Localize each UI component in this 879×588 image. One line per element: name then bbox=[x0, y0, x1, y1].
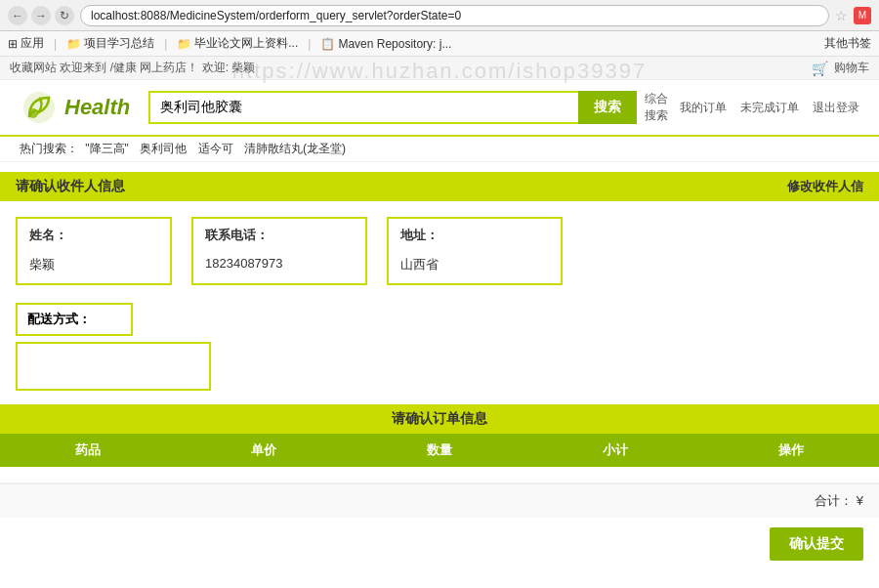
order-table: 药品 单价 数量 小计 操作 bbox=[0, 434, 879, 483]
total-label: 合计： bbox=[815, 493, 853, 508]
star-icon[interactable]: ☆ bbox=[835, 8, 848, 23]
search-type: 综合 搜索 bbox=[645, 91, 668, 124]
search-area: 搜索 综合 搜索 bbox=[148, 91, 668, 124]
address-label: 地址： bbox=[400, 227, 549, 244]
top-strip-right: 🛒 购物车 bbox=[812, 60, 869, 76]
apps-icon: ⊞ bbox=[8, 37, 18, 51]
hot-tag-1[interactable]: 奥利司他 bbox=[140, 142, 187, 155]
hot-search: 热门搜索： "降三高" 奥利司他 适今可 清肺散结丸(龙圣堂) bbox=[0, 137, 879, 162]
nav-buttons: ← → ↻ bbox=[8, 6, 74, 25]
address-value: 山西省 bbox=[400, 252, 549, 273]
svg-point-1 bbox=[28, 108, 38, 118]
pending-orders-link[interactable]: 未完成订单 bbox=[740, 100, 799, 116]
address-field-box: 地址： 山西省 bbox=[387, 217, 563, 285]
browser-bar: ← → ↻ ☆ M bbox=[0, 0, 879, 31]
col-subtotal: 小计 bbox=[527, 434, 703, 467]
recipient-section-header: 请确认收件人信息 修改收件人信 bbox=[0, 172, 879, 201]
bookmark-maven[interactable]: 📋 Maven Repository: j... bbox=[320, 37, 451, 51]
bookmark-apps[interactable]: ⊞ 应用 bbox=[8, 35, 44, 52]
bookmark-project[interactable]: 📁 项目学习总结 bbox=[66, 35, 154, 52]
delivery-options bbox=[0, 336, 879, 400]
hot-search-label: 热门搜索： bbox=[20, 142, 78, 155]
bookmark-thesis[interactable]: 📁 毕业论文网上资料... bbox=[177, 35, 298, 52]
my-orders-link[interactable]: 我的订单 bbox=[680, 100, 727, 116]
top-strip: 收藏网站 欢迎来到 /健康 网上药店！ 欢迎: 柴颖 🛒 购物车 bbox=[0, 57, 879, 80]
hot-tag-2[interactable]: 适今可 bbox=[198, 142, 233, 155]
col-price: 单价 bbox=[176, 434, 352, 467]
delivery-label: 配送方式： bbox=[27, 312, 91, 326]
name-value: 柴颖 bbox=[29, 252, 158, 273]
col-medicine: 药品 bbox=[0, 434, 176, 467]
order-table-body bbox=[0, 467, 879, 483]
name-field-box: 姓名： 柴颖 bbox=[16, 217, 172, 285]
total-currency: ¥ bbox=[857, 493, 863, 508]
table-header-row: 药品 单价 数量 小计 操作 bbox=[0, 434, 879, 467]
order-confirm-header: 请确认订单信息 bbox=[0, 404, 879, 434]
cart-icon[interactable]: 🛒 bbox=[812, 61, 828, 76]
edit-recipient-link[interactable]: 修改收件人信 bbox=[787, 178, 863, 195]
top-welcome-text: 收藏网站 欢迎来到 /健康 网上药店！ 欢迎: 柴颖 bbox=[10, 60, 255, 76]
logo-svg bbox=[20, 88, 59, 127]
delivery-row: 配送方式： bbox=[0, 295, 879, 336]
folder-icon: 📁 bbox=[66, 37, 81, 51]
bookmarks-bar: ⊞ 应用 | 📁 项目学习总结 | 📁 毕业论文网上资料... | 📋 Mave… bbox=[0, 31, 879, 57]
recipient-fields: 姓名： 柴颖 联系电话： 18234087973 地址： 山西省 bbox=[0, 201, 879, 295]
hot-tag-3[interactable]: 清肺散结丸(龙圣堂) bbox=[244, 142, 346, 155]
url-bar[interactable] bbox=[80, 5, 829, 26]
logout-link[interactable]: 退出登录 bbox=[813, 100, 859, 116]
logo-leaf-icon bbox=[20, 88, 59, 127]
recipient-header-label: 请确认收件人信息 bbox=[16, 178, 125, 195]
site-header: Health 搜索 综合 搜索 我的订单 未完成订单 退出登录 bbox=[0, 80, 879, 137]
total-row: 合计： ¥ bbox=[0, 483, 879, 518]
folder-icon-2: 📁 bbox=[177, 37, 191, 51]
delivery-option-box[interactable] bbox=[16, 342, 211, 391]
order-confirm-label: 请确认订单信息 bbox=[392, 410, 487, 426]
name-label: 姓名： bbox=[29, 227, 158, 244]
extension-icon[interactable]: M bbox=[854, 7, 871, 24]
header-nav: 我的订单 未完成订单 退出登录 bbox=[680, 100, 859, 116]
hot-tag-0[interactable]: "降三高" bbox=[85, 142, 129, 155]
phone-value: 18234087973 bbox=[205, 252, 354, 271]
refresh-button[interactable]: ↻ bbox=[55, 6, 74, 25]
phone-label: 联系电话： bbox=[205, 227, 354, 244]
col-action: 操作 bbox=[703, 434, 879, 467]
cart-label[interactable]: 购物车 bbox=[834, 60, 869, 76]
top-strip-left: 收藏网站 欢迎来到 /健康 网上药店！ 欢迎: 柴颖 bbox=[10, 60, 255, 76]
bookmark-other[interactable]: 其他书签 bbox=[824, 35, 871, 52]
logo-text: Health bbox=[64, 95, 130, 120]
search-button[interactable]: 搜索 bbox=[578, 91, 637, 124]
submit-area: 确认提交 bbox=[0, 518, 879, 570]
header-nav-top: 我的订单 未完成订单 退出登录 bbox=[680, 100, 859, 116]
table-row bbox=[0, 467, 879, 483]
submit-button[interactable]: 确认提交 bbox=[770, 527, 863, 561]
back-button[interactable]: ← bbox=[8, 6, 27, 25]
phone-field-box: 联系电话： 18234087973 bbox=[191, 217, 367, 285]
forward-button[interactable]: → bbox=[31, 6, 51, 25]
col-quantity: 数量 bbox=[352, 434, 527, 467]
delivery-label-box: 配送方式： bbox=[16, 303, 133, 336]
doc-icon: 📋 bbox=[320, 37, 335, 51]
search-input[interactable] bbox=[148, 91, 578, 124]
logo-area: Health bbox=[20, 88, 137, 127]
